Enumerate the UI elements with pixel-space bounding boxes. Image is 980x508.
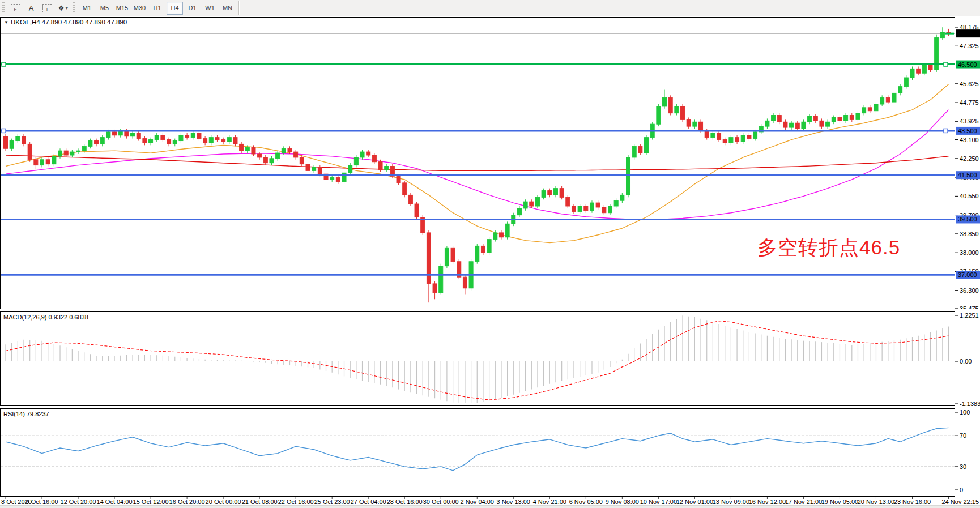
time-tick-label: 15 Oct 12:00 [133,498,169,505]
price-tick-label: 45.625 [960,80,979,87]
arrow-objects-icon[interactable]: ❖▾ [56,1,70,15]
collapse-chart-icon[interactable]: ▼ [4,20,8,25]
candle [826,122,830,126]
timeframe-button-w1[interactable]: W1 [202,2,218,15]
candle [312,167,316,170]
time-axis-canvas: 8 Oct 20209 Oct 16:0012 Oct 20:0014 Oct … [0,497,980,505]
candle [113,132,117,135]
rsi-canvas: 10070300 [0,408,980,497]
candle [832,117,836,122]
candle [76,151,80,152]
price-tick-label: 36.300 [960,287,979,294]
candle [197,133,201,139]
candle [668,97,672,113]
candle [493,233,497,240]
rsi-tick-label: 70 [960,432,966,439]
price-chart-canvas[interactable]: 48.17547.32546.47545.62544.77543.92543.1… [0,17,980,309]
timeframe-button-mn[interactable]: MN [219,2,236,15]
candle [348,165,352,173]
candle [874,104,878,111]
line-handle[interactable] [944,62,948,66]
candle [282,148,286,153]
time-tick-label: 2 Nov 04:00 [461,498,494,505]
time-tick-label: 28 Oct 16:00 [387,498,423,505]
candle [10,141,14,149]
rsi-tick-label: 30 [960,463,966,470]
line-handle[interactable] [2,62,6,66]
timeframe-button-h4[interactable]: H4 [167,2,183,15]
toolbar-grip[interactable] [2,2,5,14]
candle [922,65,926,73]
candle [772,116,776,121]
candle [783,122,787,127]
macd-indicator-panel[interactable]: 1.22510.00-1.1383 MACD(12,26,9) 0.9322 0… [0,311,980,406]
candle [221,140,225,142]
candle [808,116,812,122]
candle [336,177,340,182]
macd-plot-border [1,312,955,406]
candle [439,266,443,293]
text-label-icon[interactable]: T [40,1,54,15]
candle [795,123,799,129]
price-tick-label: 38.000 [960,249,979,256]
candle [705,131,709,138]
candle [403,183,407,195]
line-handle[interactable] [2,129,6,133]
timeframe-button-h1[interactable]: H1 [149,2,165,15]
price-tick-label: 40.550 [960,193,979,199]
candle [940,32,944,38]
chart-title-text: UKOil-,H4 47.890 47.890 47.890 47.890 [11,19,127,25]
macd-tick-label: -1.1383 [960,400,980,406]
candle [415,204,419,217]
rsi-indicator-panel[interactable]: 10070300 RSI(14) 79.8237 [0,408,980,497]
candle [433,284,437,293]
timeframe-button-m5[interactable]: M5 [96,2,113,15]
candle [294,152,298,157]
macd-scale: 1.22510.00-1.1383 [955,312,980,406]
candle [904,78,908,87]
candle [645,138,649,153]
candle [263,157,267,163]
timeframe-button-m30[interactable]: M30 [131,2,148,15]
candle [463,277,467,288]
candle [717,133,721,140]
candle [862,108,866,113]
macd-tick-label: 1.2251 [960,312,979,319]
dropdown-caret-icon: ▾ [66,6,68,11]
timeframe-button-m1[interactable]: M1 [79,2,95,15]
candle [530,202,534,206]
candle [209,138,213,143]
time-tick-label: 9 Nov 08:00 [606,498,639,505]
candle [892,93,896,102]
time-axis[interactable]: 8 Oct 20209 Oct 16:0012 Oct 20:0014 Oct … [0,497,980,505]
candle [149,140,153,143]
candle [675,106,679,113]
candle [663,97,667,106]
macd-tick-label: 0.00 [960,358,972,365]
time-tick-label: 12 Oct 20:00 [61,498,96,505]
candle [747,135,751,139]
timeframe-button-m15[interactable]: M15 [114,2,130,15]
candle [699,122,703,131]
candle [451,248,455,261]
text-annotation-icon[interactable]: A [24,1,39,15]
candle [850,116,854,120]
candle [16,136,20,141]
time-tick-label: 21 Oct 08:00 [242,498,278,505]
candle [408,195,412,204]
line-handle[interactable] [944,129,948,133]
price-chart-panel[interactable]: 48.17547.32546.47545.62544.77543.92543.1… [0,17,980,309]
candle [813,116,817,121]
candle [131,133,135,136]
candle [578,206,582,212]
text-annotation-object[interactable]: 多空转折点46.5 [757,234,900,261]
toolbar-grip-2[interactable] [73,2,75,14]
frame-tool-icon[interactable]: F [8,1,23,15]
time-tick-label: 27 Oct 04:00 [351,498,386,505]
candle [34,160,38,165]
candle [233,138,237,144]
timeframe-button-d1[interactable]: D1 [184,2,201,15]
time-tick-label: 20 Oct 00:00 [206,498,241,505]
candle [777,116,781,122]
candle [880,97,884,104]
